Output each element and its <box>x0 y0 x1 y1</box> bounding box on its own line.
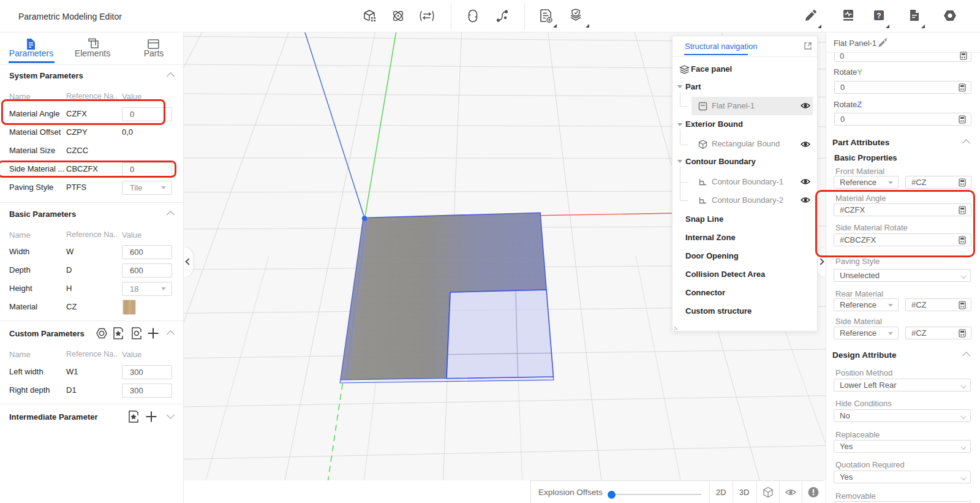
svg-text:?: ? <box>876 12 881 20</box>
